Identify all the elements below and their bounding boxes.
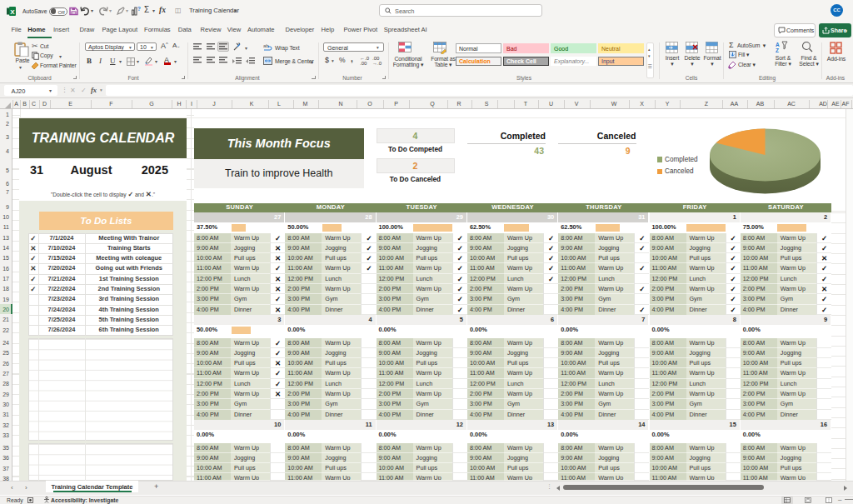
svg-text:A: A <box>776 42 780 47</box>
svg-text:X: X <box>10 8 15 16</box>
svg-text:ab: ab <box>263 43 269 48</box>
svg-text:Z: Z <box>776 47 779 53</box>
svg-text:?: ? <box>137 6 141 12</box>
